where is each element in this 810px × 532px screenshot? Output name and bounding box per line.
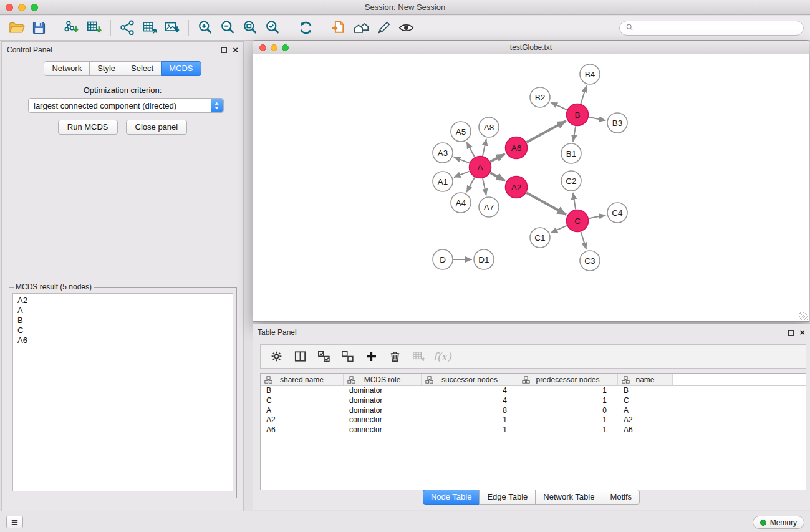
tab-network-table[interactable]: Network Table — [535, 490, 602, 505]
table-cell[interactable]: 1 — [422, 425, 518, 435]
neighborhood-icon[interactable] — [350, 18, 372, 38]
zoom-in-icon[interactable] — [194, 18, 216, 38]
table-cell[interactable]: C — [261, 396, 344, 406]
edge-A-A5[interactable] — [466, 142, 475, 157]
table-cell[interactable]: connector — [344, 425, 422, 435]
tab-motifs[interactable]: Motifs — [602, 490, 640, 505]
criterion-dropdown[interactable]: largest connected component (directed) — [28, 98, 224, 113]
show-graphics-eye-icon[interactable] — [395, 18, 417, 38]
node-D1[interactable]: D1 — [474, 249, 494, 269]
close-network-window-icon[interactable] — [259, 44, 266, 51]
mcds-result-item[interactable]: A — [17, 306, 228, 316]
add-column-icon[interactable] — [360, 347, 382, 366]
node-B4[interactable]: B4 — [580, 64, 600, 84]
table-cell[interactable]: 4 — [422, 396, 518, 406]
import-network-icon[interactable] — [60, 18, 83, 38]
table-cell[interactable]: B — [618, 386, 673, 396]
table-row[interactable]: A2connector11A2 — [261, 415, 806, 425]
edge-A-A8[interactable] — [483, 139, 486, 156]
edge-A-A6[interactable] — [490, 154, 505, 162]
node-A3[interactable]: A3 — [433, 143, 453, 163]
node-C[interactable]: C — [567, 210, 589, 232]
search-box[interactable] — [619, 21, 804, 36]
edge-B-B4[interactable] — [581, 85, 586, 104]
table-cell[interactable]: 1 — [518, 425, 618, 435]
zoom-out-icon[interactable] — [216, 18, 239, 38]
deselect-all-rows-icon[interactable] — [337, 347, 358, 366]
network-canvas[interactable]: B4B2BB3A5A8A6B1A3AC2A1A2A4A7C4CC1C3DD1 — [253, 54, 809, 321]
edge-A-A3[interactable] — [454, 157, 470, 163]
column-header-mcds-role[interactable]: MCDS role — [344, 374, 422, 385]
node-A2[interactable]: A2 — [506, 177, 528, 198]
run-mcds-button[interactable]: Run MCDS — [58, 120, 118, 135]
table-cell[interactable]: 1 — [518, 386, 618, 396]
refresh-layout-icon[interactable] — [294, 18, 317, 38]
close-panel-icon[interactable] — [233, 46, 238, 54]
settings-gear-icon[interactable] — [266, 347, 287, 366]
minimize-window-icon[interactable] — [18, 4, 26, 11]
table-cell[interactable]: A — [618, 406, 673, 416]
zoom-network-window-icon[interactable] — [282, 44, 289, 51]
table-cell[interactable]: A2 — [618, 415, 673, 425]
zoom-window-icon[interactable] — [31, 4, 38, 11]
column-visibility-icon[interactable] — [289, 347, 311, 366]
node-B[interactable]: B — [567, 104, 589, 126]
mcds-result-item[interactable]: B — [17, 316, 228, 326]
select-all-rows-icon[interactable] — [313, 347, 334, 366]
table-cell[interactable]: 8 — [422, 406, 518, 416]
mcds-result-list[interactable]: A2ABCA6 — [12, 293, 233, 491]
edge-B-B1[interactable] — [573, 126, 576, 142]
node-B2[interactable]: B2 — [530, 87, 550, 107]
close-window-icon[interactable] — [6, 4, 13, 11]
search-input[interactable] — [637, 24, 798, 32]
import-table-icon[interactable] — [83, 18, 105, 38]
resize-grip-icon[interactable] — [799, 312, 808, 320]
edge-A-A1[interactable] — [454, 172, 470, 178]
float-panel-icon[interactable] — [221, 47, 227, 53]
memory-button[interactable]: Memory — [753, 516, 804, 529]
node-A5[interactable]: A5 — [451, 122, 471, 142]
node-C4[interactable]: C4 — [607, 203, 627, 223]
table-row[interactable]: Adominator80A — [261, 406, 806, 416]
tab-edge-table[interactable]: Edge Table — [479, 490, 536, 505]
close-panel-button[interactable]: Close panel — [126, 120, 188, 135]
table-cell[interactable]: dominator — [344, 386, 422, 396]
table-cell[interactable]: A6 — [618, 425, 673, 435]
new-network-icon[interactable] — [116, 18, 138, 38]
node-A6[interactable]: A6 — [506, 137, 528, 159]
save-session-icon[interactable] — [27, 18, 50, 38]
edge-C-C2[interactable] — [573, 193, 576, 210]
annotation-pen-icon[interactable] — [372, 18, 395, 38]
node-B3[interactable]: B3 — [607, 113, 627, 133]
table-cell[interactable]: A2 — [261, 415, 344, 425]
edge-B-B2[interactable] — [551, 102, 567, 110]
node-A7[interactable]: A7 — [479, 197, 499, 217]
node-A[interactable]: A — [470, 157, 491, 178]
copy-network-icon[interactable] — [327, 18, 350, 38]
node-D[interactable]: D — [433, 249, 453, 269]
open-session-icon[interactable] — [5, 18, 27, 38]
node-B1[interactable]: B1 — [561, 143, 581, 163]
node-A4[interactable]: A4 — [451, 193, 471, 213]
tab-select[interactable]: Select — [123, 61, 162, 76]
table-cell[interactable]: 4 — [422, 386, 518, 396]
mcds-result-item[interactable]: C — [17, 326, 228, 336]
table-cell[interactable]: C — [618, 396, 673, 406]
mcds-result-item[interactable]: A2 — [17, 296, 228, 306]
edge-A6-B[interactable] — [526, 121, 566, 142]
table-cell[interactable]: B — [261, 386, 344, 396]
table-row[interactable]: Bdominator41B — [261, 386, 806, 396]
float-table-panel-icon[interactable] — [788, 330, 794, 336]
column-header-shared-name[interactable]: shared name — [261, 374, 344, 385]
minimize-network-window-icon[interactable] — [271, 44, 277, 51]
edge-A-A2[interactable] — [490, 173, 505, 181]
edge-C-C1[interactable] — [551, 226, 567, 233]
edge-C-C4[interactable] — [589, 215, 605, 219]
new-table-icon[interactable] — [138, 18, 161, 38]
table-cell[interactable]: 1 — [422, 415, 518, 425]
tab-mcds[interactable]: MCDS — [161, 61, 201, 76]
table-cell[interactable]: dominator — [344, 396, 422, 406]
zoom-selected-icon[interactable] — [261, 18, 284, 38]
zoom-fit-icon[interactable] — [239, 18, 261, 38]
node-C3[interactable]: C3 — [580, 251, 600, 271]
